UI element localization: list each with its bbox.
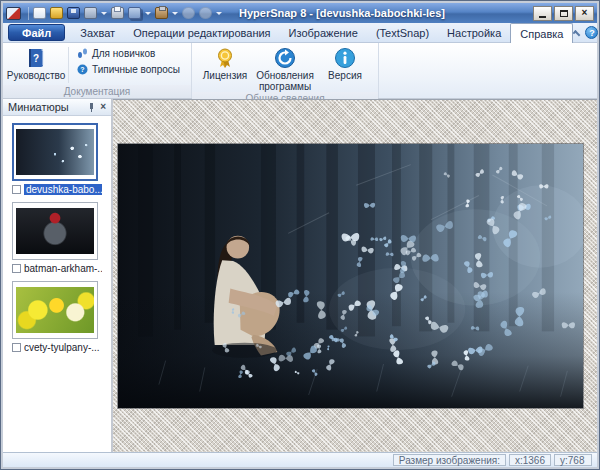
svg-text:?: ? xyxy=(33,53,39,64)
title-bar: HyperSnap 8 - [devushka-babochki-les] × xyxy=(3,3,597,23)
capture-dropdown-icon[interactable] xyxy=(101,12,107,18)
paste-dropdown-icon[interactable] xyxy=(172,12,178,18)
thumbnail-name[interactable]: cvety-tyulpany-... xyxy=(24,342,100,353)
photo-girl-butterflies-forest[interactable] xyxy=(118,144,583,408)
editor-canvas[interactable] xyxy=(113,99,597,452)
for-beginners-label: Для новичков xyxy=(92,48,155,59)
for-beginners-button[interactable]: Для новичков xyxy=(77,48,180,59)
tab-textsnap[interactable]: (TextSnap) xyxy=(367,23,438,42)
manual-label: Руководство xyxy=(7,70,65,81)
close-button[interactable]: × xyxy=(575,6,594,21)
updates-label: Обновления программы xyxy=(255,70,315,92)
thumbnail-image-tulips xyxy=(16,287,94,333)
open-folder-icon[interactable] xyxy=(50,7,63,19)
divider xyxy=(68,47,69,83)
undo-icon[interactable] xyxy=(182,7,195,19)
group-label-documentation: Документация xyxy=(3,85,191,98)
window-controls: × xyxy=(533,6,594,21)
pin-icon[interactable] xyxy=(87,103,96,112)
documentation-links: Для новичков ? Типичные вопросы xyxy=(71,45,188,85)
thumbnail-label-row: devushka-babo... xyxy=(12,184,102,195)
tab-image[interactable]: Изображение xyxy=(280,23,367,42)
minimize-button[interactable] xyxy=(533,6,552,21)
manual-button[interactable]: ? Руководство xyxy=(6,45,66,85)
thumbnail-frame[interactable] xyxy=(12,281,98,339)
maximize-icon xyxy=(560,10,568,17)
ribbon-group-documentation: ? Руководство Для новичков xyxy=(3,43,192,98)
main-content: Миниатюры × devushka-babo... xyxy=(3,99,597,452)
capture-icon[interactable] xyxy=(84,7,97,19)
award-icon xyxy=(214,47,236,69)
copy-window-icon[interactable] xyxy=(128,7,141,19)
print-icon[interactable] xyxy=(111,7,124,19)
thumbnails-panel-header: Миниатюры × xyxy=(3,99,111,116)
thumbnail-frame[interactable] xyxy=(12,202,98,260)
tab-settings[interactable]: Настройка xyxy=(438,23,510,42)
thumbnail-checkbox[interactable] xyxy=(12,185,21,194)
updates-button[interactable]: Обновления программы xyxy=(255,45,315,92)
ribbon-empty-area xyxy=(379,43,597,98)
list-item[interactable]: batman-arkham-... xyxy=(12,202,102,274)
thumbnail-checkbox[interactable] xyxy=(12,343,21,352)
thumbnail-image-batman xyxy=(16,208,94,254)
ribbon-group-general: Лицензия Обновления программы xyxy=(192,43,379,98)
group-content: ? Руководство Для новичков xyxy=(3,43,191,85)
copy-window-dropdown-icon[interactable] xyxy=(145,12,151,18)
thumbnail-image-forest xyxy=(16,129,94,175)
list-item[interactable]: cvety-tyulpany-... xyxy=(12,281,102,353)
minimize-icon xyxy=(539,16,546,18)
book-icon: ? xyxy=(25,47,47,69)
new-document-icon[interactable] xyxy=(33,7,46,19)
group-content: Лицензия Обновления программы xyxy=(192,43,378,92)
save-icon[interactable] xyxy=(67,7,80,19)
faq-button[interactable]: ? Типичные вопросы xyxy=(77,64,180,75)
close-icon: × xyxy=(582,8,588,18)
quick-access-toolbar xyxy=(28,7,222,20)
divider xyxy=(28,7,29,20)
panel-close-icon[interactable]: × xyxy=(100,102,106,112)
image-height-value: y:768 xyxy=(554,454,592,466)
refresh-icon xyxy=(274,47,296,69)
tab-edit-operations[interactable]: Операции редактирования xyxy=(124,23,279,42)
thumbnail-name[interactable]: devushka-babo... xyxy=(24,184,102,195)
svg-text:?: ? xyxy=(80,66,84,73)
version-label: Версия xyxy=(328,70,362,81)
help-icon[interactable]: ? xyxy=(585,26,598,39)
status-bar: Размер изображения: x:1366 y:768 xyxy=(3,452,597,467)
version-button[interactable]: Версия xyxy=(315,45,375,92)
app-icon[interactable] xyxy=(6,7,21,20)
qat-more-icon[interactable] xyxy=(216,12,222,18)
tab-file[interactable]: Файл xyxy=(8,24,65,41)
window-title: HyperSnap 8 - [devushka-babochki-les] xyxy=(239,7,445,19)
ribbon-tab-bar: Файл Захват Операции редактирования Изоб… xyxy=(3,23,597,43)
redo-icon[interactable] xyxy=(199,7,212,19)
maximize-button[interactable] xyxy=(554,6,573,21)
tab-help[interactable]: Справка xyxy=(510,23,573,43)
footsteps-icon xyxy=(77,48,88,59)
image-width-value: x:1366 xyxy=(509,454,551,466)
question-icon: ? xyxy=(77,64,88,75)
thumbnail-name[interactable]: batman-arkham-... xyxy=(24,263,102,274)
info-icon xyxy=(334,47,356,69)
thumbnail-label-row: batman-arkham-... xyxy=(12,263,102,274)
license-label: Лицензия xyxy=(203,70,247,81)
tab-capture[interactable]: Захват xyxy=(71,23,124,42)
ribbon: ? Руководство Для новичков xyxy=(3,43,597,99)
paste-icon[interactable] xyxy=(155,7,168,19)
thumbnails-panel-title: Миниатюры xyxy=(8,101,69,113)
thumbnail-frame-selected[interactable] xyxy=(12,123,98,181)
tab-bar-extras: ? Авто × xyxy=(573,23,600,42)
faq-label: Типичные вопросы xyxy=(92,64,180,75)
app-window: HyperSnap 8 - [devushka-babochki-les] × … xyxy=(0,0,600,470)
thumbnail-checkbox[interactable] xyxy=(12,264,21,273)
license-button[interactable]: Лицензия xyxy=(195,45,255,92)
collapse-ribbon-icon[interactable] xyxy=(573,30,581,38)
image-size-label: Размер изображения: xyxy=(393,454,506,466)
thumbnail-label-row: cvety-tyulpany-... xyxy=(12,342,102,353)
list-item[interactable]: devushka-babo... xyxy=(12,123,102,195)
thumbnails-panel: Миниатюры × devushka-babo... xyxy=(3,99,113,452)
